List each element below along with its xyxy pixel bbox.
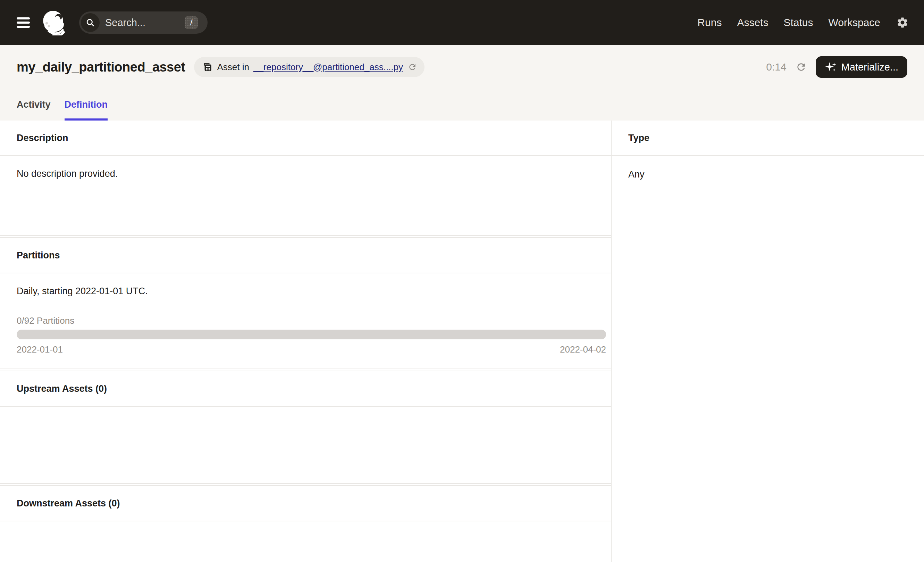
badge-prefix: Asset in [217,62,249,72]
gear-icon[interactable] [896,17,909,29]
type-section-header: Type [612,120,924,156]
partition-range-start: 2022-01-01 [16,344,63,355]
upstream-assets-header: Upstream Assets (0) [0,371,611,407]
asset-origin-badge: Asset in __repository__@partitioned_ass.… [194,57,424,77]
materialize-label: Materialize... [842,62,898,73]
nav-link-status[interactable]: Status [783,17,813,29]
repository-link[interactable]: __repository__@partitioned_ass....py [254,62,403,72]
tab-definition[interactable]: Definition [64,99,108,120]
sparkle-icon [825,61,837,73]
partitions-section-header: Partitions [0,237,611,273]
search-shortcut-key: / [184,16,198,29]
nav-link-assets[interactable]: Assets [737,17,768,29]
page-header: my_daily_partitioned_asset Asset in __re… [0,45,924,120]
top-navbar: Search... / Runs Assets Status Workspace [0,0,924,45]
right-column: Type Any [612,120,924,562]
nav-link-runs[interactable]: Runs [698,17,722,29]
partition-range-end: 2022-04-02 [560,344,606,355]
refresh-icon[interactable] [796,62,807,72]
downstream-assets-header: Downstream Assets (0) [0,485,611,521]
type-value: Any [628,169,645,180]
reload-icon[interactable] [408,63,417,72]
upstream-assets-body [0,407,611,484]
search-placeholder: Search... [105,17,184,29]
partition-progress-bar [16,330,606,340]
tab-activity[interactable]: Activity [16,99,51,120]
downstream-assets-body [0,521,611,562]
description-text: No description provided. [16,168,118,179]
partitions-section-body: Daily, starting 2022-01-01 UTC. 0/92 Par… [0,273,611,369]
asset-group-icon [202,62,213,72]
left-column: Description No description provided. Par… [0,120,612,562]
materialize-button[interactable]: Materialize... [816,56,908,78]
dagster-logo [41,10,67,35]
definition-content: Description No description provided. Par… [0,120,924,562]
description-section-body: No description provided. [0,156,611,236]
partitions-summary: Daily, starting 2022-01-01 UTC. [16,286,606,297]
nav-link-workspace[interactable]: Workspace [828,17,880,29]
refresh-timer: 0:14 [766,61,786,73]
page-title: my_daily_partitioned_asset [16,60,185,75]
nav-links: Runs Assets Status Workspace [698,17,880,29]
type-section-body: Any [612,156,924,562]
search-input[interactable]: Search... / [79,12,208,34]
hamburger-menu-icon[interactable] [16,15,30,30]
description-section-header: Description [0,120,611,156]
partitions-progress-label: 0/92 Partitions [16,316,606,326]
tabs: Activity Definition [16,99,908,120]
search-icon [81,13,100,32]
